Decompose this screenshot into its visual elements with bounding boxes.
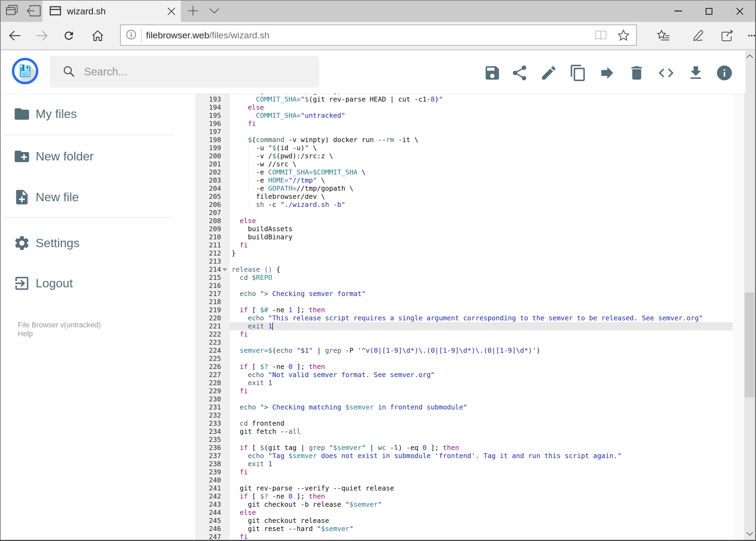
code-token: $# xyxy=(260,306,268,314)
code-token: " xyxy=(378,500,382,508)
code-token: = xyxy=(297,95,301,103)
share-file-button[interactable] xyxy=(511,64,529,82)
code-token xyxy=(232,509,240,516)
line-number: 241 xyxy=(195,484,221,492)
share-button[interactable] xyxy=(714,22,741,49)
code-line: echo "> Checking semver format" xyxy=(232,290,734,298)
tab-bar: wizard.sh xyxy=(1,1,755,22)
line-number: 203 xyxy=(195,176,221,185)
code-token: $COMMIT_SHA xyxy=(313,168,358,176)
code-token: " xyxy=(345,500,349,508)
home-button[interactable] xyxy=(88,22,107,49)
code-token: $semver xyxy=(333,444,362,452)
fold-arrow-icon[interactable] xyxy=(222,268,227,271)
code-line: if [ $? -ne 0 ]; then xyxy=(232,492,734,500)
code-token: $REPO xyxy=(252,273,272,281)
code-token: " xyxy=(305,144,309,152)
site-info-icon[interactable] xyxy=(126,29,136,41)
scroll-up-button[interactable] xyxy=(744,50,755,62)
code-token: all xyxy=(289,427,301,435)
code-token: then xyxy=(309,363,325,370)
forward-button[interactable] xyxy=(32,22,51,49)
code-line: -w //src \ xyxy=(232,160,734,168)
rename-button[interactable] xyxy=(540,64,558,82)
code-token: /.git" xyxy=(305,94,329,95)
trash-icon xyxy=(628,64,645,82)
code-token: (id -u) xyxy=(276,144,305,152)
code-editor[interactable]: 1921931941951961971981992002012022032042… xyxy=(195,94,734,540)
tab-preview-toggle-button[interactable] xyxy=(203,1,225,22)
line-number: 201 xyxy=(195,160,221,168)
info-button[interactable] xyxy=(715,64,733,82)
delete-button[interactable] xyxy=(628,64,645,82)
code-token xyxy=(232,533,240,540)
new-tab-button[interactable] xyxy=(183,1,203,22)
sidebar-item-my-files[interactable]: My files xyxy=(1,105,195,123)
chevron-down-icon xyxy=(209,8,219,15)
code-token: " xyxy=(280,94,285,95)
line-number: 213 xyxy=(195,258,221,266)
code-token: if xyxy=(248,94,256,95)
url-text: filebrowser.web/files/wizard.sh xyxy=(146,30,592,41)
scroll-down-button[interactable] xyxy=(744,528,755,540)
ink-pen-icon xyxy=(690,29,704,42)
scrollbar-thumb[interactable] xyxy=(745,292,754,397)
set-tabs-aside-button[interactable] xyxy=(24,1,43,22)
code-token: buildBinary xyxy=(232,233,293,241)
back-button[interactable] xyxy=(5,22,24,49)
code-token: sh xyxy=(256,201,264,209)
code-token: cd xyxy=(240,419,248,427)
reading-view-button[interactable] xyxy=(592,26,610,45)
code-line: sh -c "./wizard.sh -b" xyxy=(232,201,734,209)
help-link[interactable]: Help xyxy=(18,329,33,338)
save-button[interactable] xyxy=(483,64,501,82)
refresh-icon xyxy=(63,29,75,42)
add-favorite-star-button[interactable] xyxy=(615,26,632,45)
code-line: buildAssets xyxy=(232,225,734,233)
url-box[interactable]: filebrowser.web/files/wizard.sh xyxy=(120,25,637,46)
code-token: -e xyxy=(232,176,268,184)
code-token: " xyxy=(317,525,321,533)
line-number: 231 xyxy=(195,403,221,411)
minimize-button[interactable] xyxy=(663,1,694,22)
code-token: [ xyxy=(248,306,260,314)
sidebar-item-settings[interactable]: Settings xyxy=(1,235,195,252)
sidebar-item-new-folder[interactable]: New folder xyxy=(1,148,195,165)
tab-close-button[interactable] xyxy=(162,1,181,22)
code-line: -u "$(id -u)" \ xyxy=(232,144,734,152)
sidebar: My files New folder New file xyxy=(1,94,195,540)
line-number: 228 xyxy=(195,379,221,387)
ink-notes-button[interactable] xyxy=(684,22,711,49)
code-token: -ne xyxy=(268,306,288,314)
line-number: 244 xyxy=(195,509,221,517)
code-token: [ xyxy=(248,444,260,452)
move-button[interactable] xyxy=(599,64,616,82)
settings-menu-button[interactable] xyxy=(738,22,756,49)
line-number: 242 xyxy=(195,492,221,500)
sidebar-item-logout[interactable]: Logout xyxy=(1,275,195,292)
code-token: $ xyxy=(272,152,276,160)
maximize-button[interactable] xyxy=(694,1,724,22)
line-number: 202 xyxy=(195,168,221,176)
code-token: $semver xyxy=(350,500,378,508)
code-token: //tmp/gopath \ xyxy=(297,185,354,192)
close-icon xyxy=(167,7,176,16)
sidebar-item-new-file[interactable]: New file xyxy=(1,189,195,206)
code-token: \ xyxy=(309,144,317,152)
refresh-button[interactable] xyxy=(59,22,78,49)
code-token: ( xyxy=(272,346,276,354)
code-token: ]; xyxy=(293,492,309,500)
code-line: buildBinary xyxy=(232,233,734,241)
code-token: "./wizard.sh -b" xyxy=(280,201,346,209)
close-window-button[interactable] xyxy=(724,1,755,22)
code-token xyxy=(232,217,240,225)
copy-button[interactable] xyxy=(569,64,587,82)
download-button[interactable] xyxy=(687,64,705,82)
page-scrollbar[interactable] xyxy=(744,50,755,540)
editor-content[interactable]: if [ -d "$REPO/.git" ]; then COMMIT_SHA=… xyxy=(230,94,734,540)
source-code-button[interactable] xyxy=(657,64,675,82)
browser-tab[interactable]: wizard.sh xyxy=(42,1,181,22)
tabs-preview-button[interactable] xyxy=(4,1,21,22)
favorites-hub-button[interactable] xyxy=(650,22,677,49)
code-line: git checkout -b release "$semver" xyxy=(232,500,734,509)
